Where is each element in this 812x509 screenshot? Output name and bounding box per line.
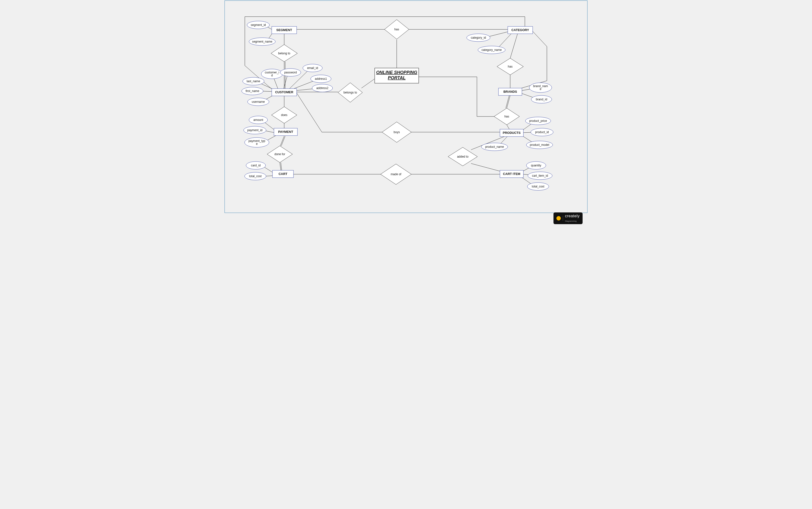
label-segment: SEGMENT	[276, 28, 292, 32]
er-diagram: ONLINE SHOPPING PORTAL SEGMENT CATEGORY …	[224, 0, 588, 213]
svg-text:product_name: product_name	[485, 145, 504, 148]
entity-cart-item: CART ITEM	[500, 170, 523, 178]
label-done-for: done for	[274, 152, 285, 156]
attr-first-name: first_name	[242, 87, 263, 95]
attr-amount: amount	[249, 116, 267, 124]
brand-name: creately	[565, 214, 580, 218]
edges	[245, 16, 547, 186]
svg-text:segment_id: segment_id	[251, 23, 266, 27]
entity-segment: SEGMENT	[272, 27, 297, 34]
attr-product-id: product_id	[531, 128, 553, 136]
svg-text:brand_id: brand_id	[536, 98, 547, 101]
label-has2: has	[508, 65, 512, 68]
attr-username: username	[248, 98, 269, 106]
logo-text: creately Diagramming	[565, 214, 580, 223]
svg-text:address2: address2	[316, 87, 329, 90]
logo-divider	[563, 215, 563, 221]
attr-last-name: last_name	[243, 77, 264, 85]
svg-text:quantity: quantity	[531, 164, 541, 167]
attr-cart-item-total-cost: total_cost	[527, 182, 549, 191]
rel-has-segment-category: has	[384, 20, 409, 39]
svg-text:first_name: first_name	[246, 89, 259, 93]
page: ONLINE SHOPPING PORTAL SEGMENT CATEGORY …	[224, 0, 588, 228]
attr-segment-name: segment_name	[249, 38, 275, 45]
svg-text:product_id: product_id	[535, 130, 549, 134]
svg-text:email_id: email_id	[307, 66, 318, 70]
attr-brand-id: brand_id	[531, 96, 552, 103]
label-does: does	[281, 113, 287, 117]
label-has1: has	[394, 28, 399, 31]
attr-segment-id: segment_id	[247, 21, 269, 29]
svg-text:total_cost: total_cost	[249, 174, 262, 178]
rel-made-of: made of	[380, 164, 411, 184]
rel-buys: buys	[382, 122, 411, 142]
rel-done-for: done for	[267, 146, 293, 163]
label-made-of: made of	[391, 172, 401, 176]
label-brands: BRANDS	[503, 90, 517, 94]
entity-payment: PAYMENT	[274, 128, 297, 136]
label-payment: PAYMENT	[278, 130, 293, 134]
label-buys: buys	[394, 130, 400, 134]
label-cart-item: CART ITEM	[503, 172, 520, 176]
rel-belong-to: belong to	[271, 44, 297, 62]
entity-portal: ONLINE SHOPPING PORTAL	[375, 68, 419, 83]
svg-text:amount: amount	[253, 118, 263, 122]
rel-added-to: added to	[448, 147, 477, 166]
attr-product-price: product_price	[525, 117, 551, 125]
entity-products: PRODUCTS	[500, 129, 523, 137]
svg-text:category_id: category_id	[471, 36, 486, 39]
svg-text:total_cost: total_cost	[532, 185, 545, 188]
svg-text:e: e	[256, 142, 258, 146]
svg-text:e: e	[540, 88, 542, 91]
svg-text:payment_id: payment_id	[247, 129, 262, 132]
attr-product-name: product_name	[481, 143, 508, 151]
portal-title-line2: PORTAL	[388, 75, 406, 80]
entity-category: CATEGORY	[508, 27, 533, 34]
attr-payment-id: payment_id	[244, 126, 266, 134]
rel-has-category-brands: has	[497, 58, 523, 75]
rel-does: does	[271, 107, 297, 123]
label-has3: has	[504, 115, 509, 118]
attr-category-id: category_id	[467, 34, 490, 42]
attr-cart-total-cost: total_cost	[245, 172, 266, 180]
svg-text:segment_name: segment_name	[252, 40, 272, 43]
attr-address1: address1	[310, 75, 331, 83]
svg-text:d: d	[271, 74, 273, 77]
svg-text:cart_item_id: cart_item_id	[532, 174, 548, 177]
svg-text:last_name: last_name	[247, 79, 260, 83]
label-customer: CUSTOMER	[275, 90, 294, 94]
label-belong-to: belong to	[278, 52, 290, 55]
svg-text:category_name: category_name	[482, 48, 502, 52]
entity-cart: CART	[272, 170, 294, 178]
rel-belongs-to: belongs to	[338, 83, 363, 102]
entity-customer: CUSTOMER	[272, 89, 297, 96]
attr-card-id: card_id	[246, 162, 266, 169]
attr-email-id: email_id	[303, 64, 322, 72]
label-added-to: added to	[457, 155, 469, 158]
label-cart: CART	[279, 172, 287, 176]
attr-quantity: quantity	[526, 162, 546, 169]
svg-text:card_id: card_id	[251, 164, 260, 167]
brand-tag: Diagramming	[565, 220, 577, 222]
svg-text:password: password	[284, 71, 297, 74]
attr-customer-id: customer_id	[261, 69, 283, 79]
rel-has-brands-products: has	[494, 108, 519, 125]
label-belongs-to: belongs to	[343, 91, 357, 94]
svg-text:address1: address1	[315, 77, 327, 80]
entity-brands: BRANDS	[499, 88, 522, 96]
attr-payment-type: payment_type	[245, 138, 269, 147]
label-products: PRODUCTS	[503, 131, 521, 135]
attr-password: password	[280, 69, 301, 76]
attr-brand-name: brand_name	[529, 83, 552, 93]
creately-logo: creately Diagramming	[553, 212, 583, 224]
svg-text:product_price: product_price	[529, 119, 547, 123]
attr-address2: address2	[312, 84, 333, 92]
attr-product-model: product_model	[526, 141, 553, 149]
bulb-icon	[556, 216, 561, 220]
attr-cart-item-id: cart_item_id	[528, 172, 552, 180]
svg-text:username: username	[252, 100, 265, 103]
portal-title-line1: ONLINE SHOPPING	[376, 70, 417, 75]
svg-text:product_model: product_model	[530, 143, 549, 146]
attr-category-name: category_name	[478, 46, 505, 54]
label-category: CATEGORY	[511, 28, 529, 32]
